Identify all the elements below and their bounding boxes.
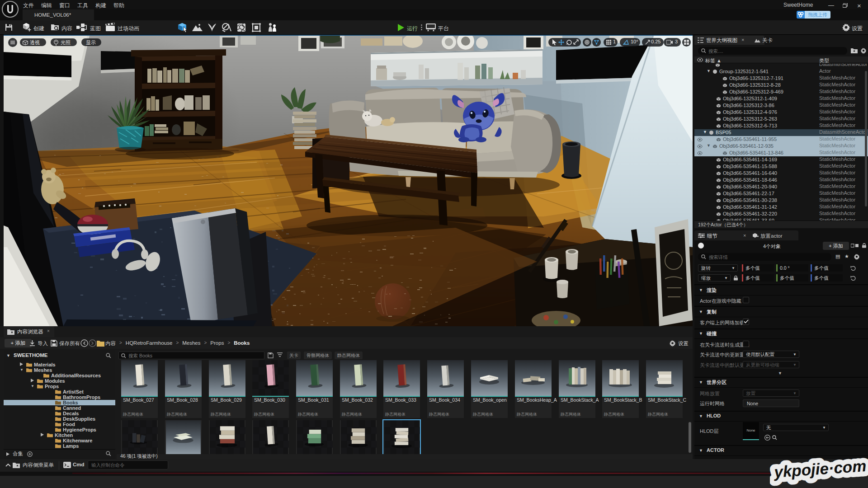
svg-text:ykpojie·com: ykpojie·com	[773, 457, 867, 481]
